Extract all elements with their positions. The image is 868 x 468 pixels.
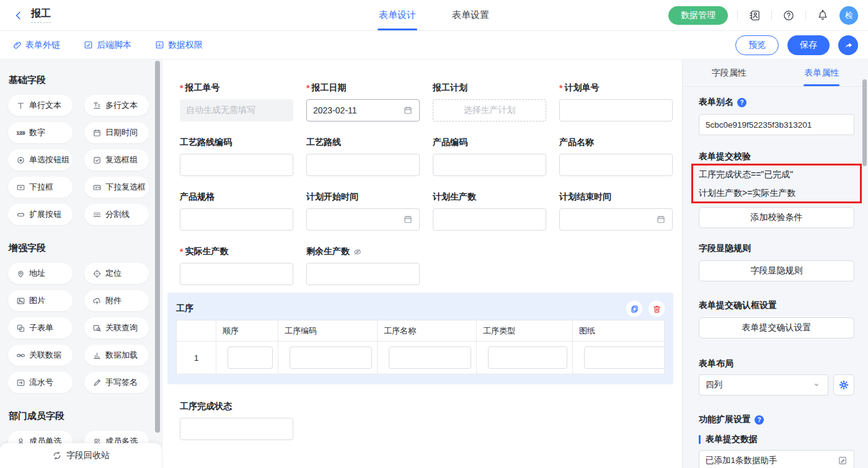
sidebar-item[interactable]: 关联数据 (8, 345, 73, 366)
sidebar-item[interactable]: 数字 (8, 122, 73, 143)
sidebar-item[interactable]: 多行文本 (84, 95, 149, 116)
panel-tab-0[interactable]: 字段属性 (683, 60, 776, 86)
sidebar-item[interactable]: 复选框组 (84, 149, 149, 170)
sidebar-item[interactable]: 关联查询 (84, 317, 149, 338)
form-field[interactable]: *计划单号 (559, 82, 673, 121)
sidebar-item[interactable]: 子表单 (8, 317, 73, 338)
cell-input[interactable] (488, 347, 567, 369)
field-input[interactable] (559, 99, 673, 121)
field-label: 报工计划 (433, 82, 546, 94)
sidebar-item[interactable]: 数据加载 (84, 345, 149, 366)
subform-delete-button[interactable] (649, 301, 665, 317)
field-input[interactable] (306, 154, 420, 176)
form-field[interactable]: 计划生产数 (433, 191, 546, 231)
subform-copy-button[interactable] (626, 301, 642, 317)
user-avatar[interactable]: 检 (839, 6, 858, 25)
visibility-rules-button[interactable]: 字段显隐规则 (699, 260, 854, 281)
toolbar-link[interactable]: 表单外链 (12, 40, 60, 51)
data-manage-button[interactable]: 数据管理 (668, 6, 728, 25)
cell-input[interactable] (584, 347, 665, 369)
field-input[interactable]: 2023-02-11 (306, 99, 420, 121)
field-recycle-bin[interactable]: 字段回收站 (0, 443, 162, 468)
field-input[interactable] (180, 154, 293, 176)
sidebar-item[interactable]: 分割线 (84, 204, 149, 225)
field-process-status[interactable]: 工序完成状态 (180, 400, 293, 440)
form-field[interactable]: 报工计划 选择生产计划 (433, 82, 546, 121)
question-icon[interactable]: ? (737, 98, 746, 107)
sidebar-item[interactable]: 图片 (8, 290, 73, 311)
add-validation-button[interactable]: 添加校验条件 (699, 207, 854, 228)
form-field[interactable]: *报工单号 自动生成无需填写 (180, 82, 293, 121)
sidebar-item[interactable]: 日期时间 (84, 122, 149, 143)
form-field[interactable]: 计划结束时间 (559, 191, 673, 231)
sidebar-item[interactable]: 单选按钮组 (8, 149, 73, 170)
submit-data-box[interactable]: 已添加1条数据助手 (699, 450, 854, 468)
sidebar-item[interactable]: 地址 (8, 263, 73, 284)
sidebar-scrollbar[interactable] (155, 61, 160, 433)
save-button[interactable]: 保存 (787, 35, 830, 55)
form-field[interactable]: 产品规格 (180, 191, 293, 231)
attachment-icon (92, 296, 102, 306)
form-field[interactable]: *报工日期 2023-02-11 (306, 82, 420, 121)
cell-input[interactable] (290, 347, 372, 369)
field-input[interactable] (433, 154, 546, 176)
sidebar-item[interactable]: 流水号 (8, 372, 73, 393)
preview-button[interactable]: 预览 (735, 35, 779, 55)
cell-input[interactable] (389, 347, 471, 369)
form-field[interactable]: 产品名称 (559, 136, 673, 176)
toolbar-link[interactable]: 数据权限 (155, 40, 203, 51)
form-field[interactable]: 计划开始时间 (306, 191, 420, 231)
sidebar-item[interactable]: 下拉复选框 (84, 177, 149, 198)
contacts-button[interactable] (747, 8, 762, 23)
header-tab-1[interactable]: 表单设置 (452, 0, 489, 30)
text-input[interactable] (180, 418, 293, 440)
layout-settings-button[interactable] (833, 374, 854, 395)
field-input[interactable] (180, 263, 293, 285)
related-data-icon (16, 351, 25, 360)
layout-controls: 四列 (699, 374, 854, 395)
calendar-icon (656, 214, 666, 224)
share-button[interactable] (838, 35, 858, 55)
form-field[interactable]: 产品编码 (433, 136, 546, 176)
subform-icon (16, 324, 25, 333)
toolbar-link[interactable]: 后端脚本 (84, 40, 131, 51)
field-input[interactable]: 自动生成无需填写 (180, 99, 293, 121)
form-field[interactable]: *实际生产数 (180, 245, 293, 285)
sidebar-item[interactable]: 扩展按钮 (8, 204, 73, 225)
panel-tab-1[interactable]: 表单属性 (776, 60, 868, 86)
edit-icon[interactable] (838, 456, 848, 466)
field-input[interactable] (306, 263, 420, 285)
validation-rule[interactable]: 工序完成状态=="已完成" (699, 165, 854, 183)
copy-icon (630, 304, 639, 314)
subform-section[interactable]: 工序 顺序工序编码工序名称工序类型图纸 1 (167, 293, 673, 384)
notification-button[interactable] (815, 8, 830, 23)
page-title[interactable]: 报工 (31, 7, 51, 23)
layout-title: 表单布局 (699, 358, 854, 369)
help-button[interactable] (781, 8, 796, 23)
cell-input[interactable] (228, 347, 273, 369)
question-icon[interactable]: ? (755, 415, 764, 425)
form-field[interactable]: 工艺路线编码 (180, 136, 293, 176)
form-alias-input[interactable]: 5cbc0e919f52235f3b313201 (699, 114, 854, 135)
validation-rule[interactable]: 计划生产数>=实际生产数 (699, 183, 854, 202)
field-input[interactable] (559, 154, 673, 176)
form-field[interactable]: 剩余生产数 (306, 245, 420, 285)
trash-icon (652, 304, 662, 314)
sidebar-item[interactable]: 定位 (84, 263, 149, 284)
sidebar-item[interactable]: 附件 (84, 290, 149, 311)
field-input[interactable] (433, 208, 546, 231)
sidebar-item[interactable]: 手写签名 (84, 372, 149, 393)
field-input[interactable] (180, 208, 293, 231)
required-asterisk: * (180, 83, 183, 93)
field-input[interactable]: 选择生产计划 (433, 99, 546, 121)
back-button[interactable] (10, 7, 27, 24)
submit-confirm-button[interactable]: 表单提交确认设置 (699, 317, 854, 338)
layout-select[interactable]: 四列 (699, 374, 828, 395)
field-input[interactable] (559, 208, 673, 231)
sidebar-item[interactable]: 单行文本 (8, 95, 73, 116)
form-field[interactable]: 工艺路线 (306, 136, 420, 176)
sidebar-item[interactable]: 下拉框 (8, 177, 73, 198)
header-tab-0[interactable]: 表单设计 (379, 0, 416, 30)
field-input[interactable] (306, 208, 420, 231)
panel-scrollbar[interactable] (862, 79, 867, 166)
